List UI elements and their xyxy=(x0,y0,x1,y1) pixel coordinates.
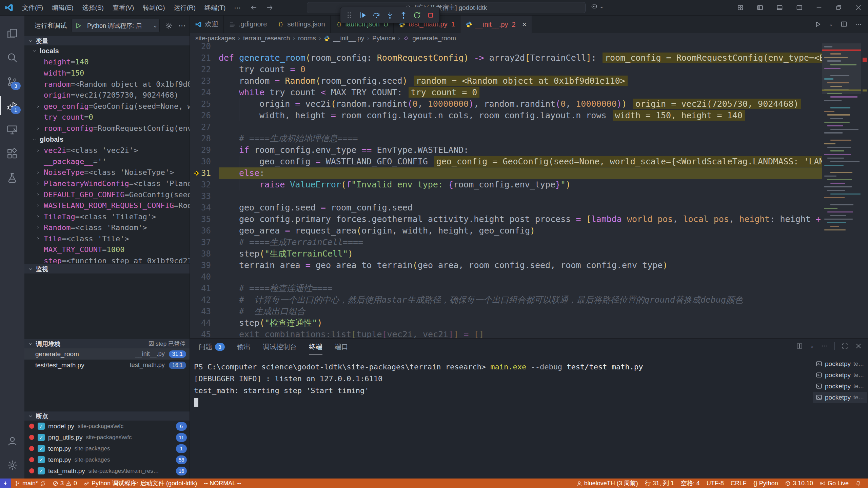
code-editor[interactable]: 2021222324252627282930313233343536373839… xyxy=(190,43,822,338)
status-python-version[interactable]: 3.10.10 xyxy=(782,479,816,488)
variable-row[interactable]: try_count = 0 xyxy=(24,112,190,123)
terminal[interactable]: PS C:\computer_science\godot-ldtk\site-p… xyxy=(194,361,643,408)
status-eol[interactable]: CRLF xyxy=(727,479,750,488)
breakpoint-row[interactable]: ✓model.pysite-packages\wfc6 xyxy=(24,421,190,432)
status-encoding[interactable]: UTF-8 xyxy=(703,479,727,488)
split-editor-icon[interactable] xyxy=(841,21,847,27)
breakpoints-section-header[interactable]: 断点 xyxy=(24,411,190,421)
status-git-branch[interactable]: main* xyxy=(11,479,49,488)
activity-account[interactable] xyxy=(0,429,24,453)
activity-search[interactable] xyxy=(0,45,24,69)
menu-more-button[interactable]: ⋯ xyxy=(230,4,245,12)
status-vim-mode[interactable]: -- NORMAL -- xyxy=(200,479,244,488)
breakpoint-row[interactable]: ✓png_utils.pysite-packages\wfc11 xyxy=(24,432,190,443)
callstack-frame[interactable]: test/test_math.pytest_math.py16:1 xyxy=(24,360,190,371)
terminal-list-item[interactable]: pocketpyte… xyxy=(813,369,867,381)
editor-more-actions-icon[interactable] xyxy=(855,21,862,28)
breadcrumb-item[interactable]: site-packages xyxy=(195,35,235,42)
sidebar-more-icon[interactable]: ⋯ xyxy=(178,21,185,30)
status-notifications[interactable] xyxy=(852,479,865,488)
step-into-button[interactable] xyxy=(384,9,396,22)
layout-secondary-icon[interactable] xyxy=(789,0,809,15)
variable-row[interactable]: DEFAULT_GEO_CONFIG = GeoConfig(seed=1… xyxy=(24,189,190,200)
variable-row[interactable]: TileTag = <class 'TileTag'> xyxy=(24,211,190,222)
activity-remote-explorer[interactable] xyxy=(0,118,24,142)
restart-button[interactable] xyxy=(411,9,423,22)
status-cursor-position[interactable]: 行 31, 列 1 xyxy=(642,479,677,488)
activity-source-control[interactable]: 3 xyxy=(0,69,24,94)
variable-row[interactable]: origin = vec2i(7205730, 9024468) xyxy=(24,89,190,101)
terminal-dropdown-chevron-icon[interactable]: ⌄ xyxy=(810,343,814,349)
watch-section-header[interactable]: 监视 xyxy=(24,264,190,273)
variables-group-locals[interactable]: locals xyxy=(24,45,190,57)
breadcrumb-item[interactable]: rooms xyxy=(298,35,316,42)
copilot-menu[interactable]: ⌄ xyxy=(591,3,604,10)
continue-button[interactable] xyxy=(357,9,369,22)
variable-row[interactable]: room_config = RoomRequestConfig(env_t… xyxy=(24,123,190,134)
variable-row[interactable]: __package__ = '' xyxy=(24,156,190,167)
panel-tab-4[interactable]: 端口 xyxy=(335,342,348,354)
panel-tab-0[interactable]: 问题3 xyxy=(199,342,225,354)
tab-close-icon[interactable]: ✕ xyxy=(522,21,527,28)
close-button[interactable] xyxy=(848,0,868,15)
activity-files[interactable] xyxy=(0,21,24,45)
variable-row[interactable]: random = <Random object at 0x1bf9d01e… xyxy=(24,79,190,90)
layout-panel-icon[interactable] xyxy=(770,0,789,15)
variables-section-header[interactable]: 变量 xyxy=(24,36,190,45)
breadcrumb-item[interactable]: __init__.py xyxy=(333,35,364,42)
menu-item-0[interactable]: 文件(F) xyxy=(18,0,47,15)
variable-row[interactable]: WASTELAND_ROOM_REQUEST_CONFIG = RoomR… xyxy=(24,200,190,211)
tab-.gdignore[interactable]: .gdignore xyxy=(224,15,272,33)
activity-beaker[interactable] xyxy=(0,166,24,190)
history-back-icon[interactable] xyxy=(250,4,257,11)
terminal-list-item[interactable]: pocketpyte… xyxy=(813,381,867,392)
tab-[interactable]: 欢迎 xyxy=(190,15,224,33)
step-over-button[interactable] xyxy=(370,9,382,22)
variable-row[interactable]: PlanetaryWindConfig = <class 'Planeta… xyxy=(24,178,190,189)
breakpoint-row[interactable]: ✓temp.pysite-packages1 xyxy=(24,443,190,454)
breadcrumb-item[interactable]: terrain_research xyxy=(243,35,290,42)
variable-row[interactable]: NoiseType = <class 'NoiseType'> xyxy=(24,167,190,178)
maximize-button[interactable] xyxy=(829,0,848,15)
breakpoint-row[interactable]: ✓test_math.pysite-packages\terrain_res…1… xyxy=(24,465,190,476)
variables-group-globals[interactable]: globals xyxy=(24,134,190,145)
menu-item-3[interactable]: 查看(V) xyxy=(108,0,138,15)
terminal-list-item[interactable]: pocketpyte… xyxy=(813,392,867,403)
menu-item-4[interactable]: 转到(G) xyxy=(138,0,169,15)
overview-ruler[interactable] xyxy=(861,43,868,338)
variable-row[interactable]: Tile = <class 'Tile'> xyxy=(24,233,190,244)
variable-row[interactable]: vec2i = <class 'vec2i'> xyxy=(24,145,190,156)
callstack-section-header[interactable]: 调用堆栈 因 step 已暂停 xyxy=(24,339,190,348)
menu-item-1[interactable]: 编辑(E) xyxy=(47,0,78,15)
tab-settings.json[interactable]: {}settings.json xyxy=(272,15,330,33)
breadcrumb-item[interactable]: Pylance xyxy=(372,35,395,42)
remote-indicator[interactable] xyxy=(0,479,11,488)
stop-button[interactable] xyxy=(425,9,437,22)
status-indentation[interactable]: 空格: 4 xyxy=(677,479,703,488)
activity-debug[interactable]: 1 xyxy=(0,94,24,118)
start-debug-icon[interactable] xyxy=(72,19,85,32)
panel-tab-3[interactable]: 终端 xyxy=(309,342,322,354)
tab-__init__.py[interactable]: __init__.py2✕ xyxy=(460,15,532,34)
menu-item-2[interactable]: 选择(S) xyxy=(78,0,108,15)
variable-row[interactable]: geo_config = GeoConfig(seed=None, wor… xyxy=(24,101,190,112)
run-python-file-button[interactable] xyxy=(814,21,822,28)
status-go-live[interactable]: Go Live xyxy=(816,479,852,488)
minimize-button[interactable] xyxy=(809,0,829,15)
status-git-blame[interactable]: blueloveTH (3 周前) xyxy=(573,479,642,488)
grid-icon[interactable] xyxy=(730,0,750,15)
status-problems[interactable]: 30 xyxy=(49,479,80,488)
panel-tab-1[interactable]: 输出 xyxy=(237,342,251,354)
debug-settings-gear-icon[interactable] xyxy=(165,22,173,29)
activity-gear[interactable] xyxy=(0,453,24,477)
breakpoint-checkbox[interactable]: ✓ xyxy=(38,467,45,474)
copilot-icon[interactable] xyxy=(591,3,598,10)
breakpoint-checkbox[interactable]: ✓ xyxy=(38,434,45,441)
breakpoint-checkbox[interactable]: ✓ xyxy=(38,423,45,430)
activity-extensions[interactable] xyxy=(0,142,24,166)
debug-config-select[interactable]: Python 调试程序: 启 ⌄ xyxy=(72,19,160,32)
maximize-panel-icon[interactable] xyxy=(842,343,848,349)
status-language-mode[interactable]: {} Python xyxy=(750,479,782,488)
breakpoint-checkbox[interactable]: ✓ xyxy=(38,456,45,463)
breakpoint-row[interactable]: ✓temp.pysite-packages58 xyxy=(24,454,190,465)
